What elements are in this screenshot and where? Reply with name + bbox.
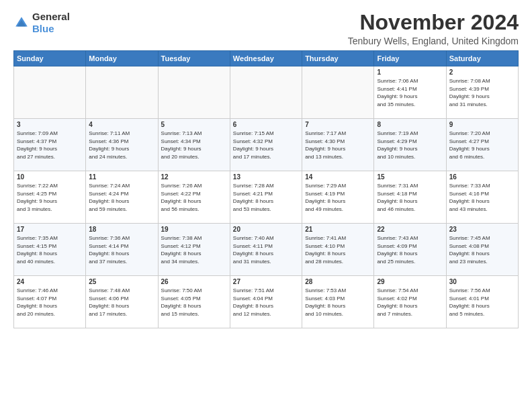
table-row: 3Sunrise: 7:09 AM Sunset: 4:37 PM Daylig… — [14, 119, 86, 171]
table-row: 25Sunrise: 7:48 AM Sunset: 4:06 PM Dayli… — [86, 276, 158, 328]
day-number: 4 — [89, 121, 154, 128]
day-number: 8 — [377, 121, 443, 128]
day-info: Sunrise: 7:35 AM Sunset: 4:15 PM Dayligh… — [17, 234, 83, 265]
table-row: 13Sunrise: 7:28 AM Sunset: 4:21 PM Dayli… — [230, 171, 302, 224]
table-row: 9Sunrise: 7:20 AM Sunset: 4:27 PM Daylig… — [446, 119, 518, 171]
table-row: 7Sunrise: 7:17 AM Sunset: 4:30 PM Daylig… — [302, 119, 374, 171]
header-friday: Friday — [374, 51, 446, 66]
table-row: 8Sunrise: 7:19 AM Sunset: 4:29 PM Daylig… — [374, 119, 446, 171]
day-number: 30 — [449, 278, 515, 285]
day-number: 14 — [305, 173, 371, 181]
day-number: 19 — [161, 226, 227, 233]
table-row: 26Sunrise: 7:50 AM Sunset: 4:05 PM Dayli… — [158, 276, 230, 328]
day-number: 18 — [89, 226, 154, 233]
day-info: Sunrise: 7:51 AM Sunset: 4:04 PM Dayligh… — [233, 287, 299, 318]
table-row — [14, 66, 86, 119]
table-row: 14Sunrise: 7:29 AM Sunset: 4:19 PM Dayli… — [302, 171, 374, 224]
calendar-week-row: 3Sunrise: 7:09 AM Sunset: 4:37 PM Daylig… — [14, 119, 519, 171]
day-number: 23 — [449, 226, 515, 233]
day-number: 20 — [233, 226, 299, 233]
day-info: Sunrise: 7:43 AM Sunset: 4:09 PM Dayligh… — [377, 234, 443, 265]
calendar-week-row: 17Sunrise: 7:35 AM Sunset: 4:15 PM Dayli… — [14, 224, 519, 276]
header-saturday: Saturday — [446, 51, 518, 66]
calendar-week-row: 24Sunrise: 7:46 AM Sunset: 4:07 PM Dayli… — [14, 276, 519, 328]
header-wednesday: Wednesday — [230, 51, 302, 66]
day-number: 6 — [233, 121, 299, 128]
day-info: Sunrise: 7:13 AM Sunset: 4:34 PM Dayligh… — [161, 130, 227, 161]
day-info: Sunrise: 7:19 AM Sunset: 4:29 PM Dayligh… — [377, 130, 443, 161]
calendar-header-row: Sunday Monday Tuesday Wednesday Thursday… — [14, 51, 519, 66]
day-number: 11 — [89, 173, 154, 181]
table-row — [86, 66, 158, 119]
day-number: 9 — [449, 121, 515, 128]
table-row: 1Sunrise: 7:06 AM Sunset: 4:41 PM Daylig… — [374, 66, 446, 119]
day-info: Sunrise: 7:26 AM Sunset: 4:22 PM Dayligh… — [161, 182, 227, 213]
table-row: 24Sunrise: 7:46 AM Sunset: 4:07 PM Dayli… — [14, 276, 86, 328]
logo-general: General — [32, 11, 70, 23]
table-row: 23Sunrise: 7:45 AM Sunset: 4:08 PM Dayli… — [446, 224, 518, 276]
day-info: Sunrise: 7:09 AM Sunset: 4:37 PM Dayligh… — [17, 130, 83, 161]
day-info: Sunrise: 7:36 AM Sunset: 4:14 PM Dayligh… — [89, 234, 154, 265]
table-row: 18Sunrise: 7:36 AM Sunset: 4:14 PM Dayli… — [86, 224, 158, 276]
day-number: 5 — [161, 121, 227, 128]
day-number: 13 — [233, 173, 299, 181]
table-row: 29Sunrise: 7:54 AM Sunset: 4:02 PM Dayli… — [374, 276, 446, 328]
logo-icon — [13, 15, 30, 31]
day-number: 22 — [377, 226, 443, 233]
header: General Blue November 2024 Tenbury Wells… — [13, 11, 519, 46]
day-info: Sunrise: 7:54 AM Sunset: 4:02 PM Dayligh… — [377, 287, 443, 318]
header-monday: Monday — [86, 51, 158, 66]
table-row — [158, 66, 230, 119]
day-number: 1 — [377, 68, 443, 76]
day-number: 10 — [17, 173, 83, 181]
day-info: Sunrise: 7:24 AM Sunset: 4:24 PM Dayligh… — [89, 182, 154, 213]
day-number: 2 — [449, 68, 515, 76]
table-row: 11Sunrise: 7:24 AM Sunset: 4:24 PM Dayli… — [86, 171, 158, 224]
day-number: 3 — [17, 121, 83, 128]
table-row: 6Sunrise: 7:15 AM Sunset: 4:32 PM Daylig… — [230, 119, 302, 171]
day-info: Sunrise: 7:50 AM Sunset: 4:05 PM Dayligh… — [161, 287, 227, 318]
day-number: 24 — [17, 278, 83, 285]
table-row — [302, 66, 374, 119]
day-info: Sunrise: 7:33 AM Sunset: 4:16 PM Dayligh… — [449, 182, 515, 213]
day-info: Sunrise: 7:06 AM Sunset: 4:41 PM Dayligh… — [377, 77, 443, 108]
header-thursday: Thursday — [302, 51, 374, 66]
day-info: Sunrise: 7:45 AM Sunset: 4:08 PM Dayligh… — [449, 234, 515, 265]
day-number: 26 — [161, 278, 227, 285]
table-row: 27Sunrise: 7:51 AM Sunset: 4:04 PM Dayli… — [230, 276, 302, 328]
month-title: November 2024 — [348, 11, 519, 34]
header-tuesday: Tuesday — [158, 51, 230, 66]
day-info: Sunrise: 7:15 AM Sunset: 4:32 PM Dayligh… — [233, 130, 299, 161]
day-info: Sunrise: 7:46 AM Sunset: 4:07 PM Dayligh… — [17, 287, 83, 318]
table-row: 21Sunrise: 7:41 AM Sunset: 4:10 PM Dayli… — [302, 224, 374, 276]
day-info: Sunrise: 7:40 AM Sunset: 4:11 PM Dayligh… — [233, 234, 299, 265]
day-info: Sunrise: 7:48 AM Sunset: 4:06 PM Dayligh… — [89, 287, 154, 318]
day-number: 28 — [305, 278, 371, 285]
day-number: 7 — [305, 121, 371, 128]
table-row: 10Sunrise: 7:22 AM Sunset: 4:25 PM Dayli… — [14, 171, 86, 224]
logo: General Blue — [13, 11, 70, 35]
calendar-week-row: 1Sunrise: 7:06 AM Sunset: 4:41 PM Daylig… — [14, 66, 519, 119]
day-number: 12 — [161, 173, 227, 181]
header-sunday: Sunday — [14, 51, 86, 66]
logo-text: General Blue — [32, 11, 70, 35]
day-number: 15 — [377, 173, 443, 181]
day-info: Sunrise: 7:38 AM Sunset: 4:12 PM Dayligh… — [161, 234, 227, 265]
day-number: 29 — [377, 278, 443, 285]
day-number: 25 — [89, 278, 154, 285]
table-row: 12Sunrise: 7:26 AM Sunset: 4:22 PM Dayli… — [158, 171, 230, 224]
day-info: Sunrise: 7:31 AM Sunset: 4:18 PM Dayligh… — [377, 182, 443, 213]
table-row: 2Sunrise: 7:08 AM Sunset: 4:39 PM Daylig… — [446, 66, 518, 119]
table-row: 30Sunrise: 7:56 AM Sunset: 4:01 PM Dayli… — [446, 276, 518, 328]
table-row: 19Sunrise: 7:38 AM Sunset: 4:12 PM Dayli… — [158, 224, 230, 276]
day-info: Sunrise: 7:56 AM Sunset: 4:01 PM Dayligh… — [449, 287, 515, 318]
table-row: 20Sunrise: 7:40 AM Sunset: 4:11 PM Dayli… — [230, 224, 302, 276]
day-info: Sunrise: 7:20 AM Sunset: 4:27 PM Dayligh… — [449, 130, 515, 161]
day-info: Sunrise: 7:08 AM Sunset: 4:39 PM Dayligh… — [449, 77, 515, 108]
day-number: 27 — [233, 278, 299, 285]
day-info: Sunrise: 7:11 AM Sunset: 4:36 PM Dayligh… — [89, 130, 154, 161]
table-row: 5Sunrise: 7:13 AM Sunset: 4:34 PM Daylig… — [158, 119, 230, 171]
day-info: Sunrise: 7:53 AM Sunset: 4:03 PM Dayligh… — [305, 287, 371, 318]
calendar-table: Sunday Monday Tuesday Wednesday Thursday… — [13, 50, 519, 328]
page: General Blue November 2024 Tenbury Wells… — [0, 0, 532, 411]
